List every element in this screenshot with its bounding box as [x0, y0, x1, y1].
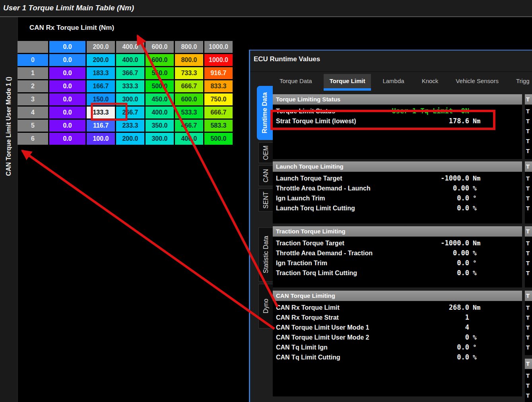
tab-trigg[interactable]: Trigg	[510, 74, 532, 91]
table-cell-r3c3[interactable]: 450.0	[146, 93, 174, 105]
value-label: Launch Torque Target	[276, 173, 342, 183]
clipped-row: T	[525, 332, 532, 342]
table-cell-r1c0[interactable]: 0.0	[49, 67, 85, 79]
y-axis-label: CAN Torque Limit User Mode 1 ()	[5, 77, 12, 176]
clipped-section-body: TTTT	[525, 172, 532, 213]
value-unit: %	[473, 332, 477, 342]
table-cell-r0c3[interactable]: 600.0	[146, 54, 174, 66]
row-header-1[interactable]: 1	[17, 67, 48, 79]
value-number: 0.0	[457, 352, 469, 362]
table-cell-r3c0[interactable]: 0.0	[49, 93, 85, 105]
row-header-5[interactable]: 5	[17, 120, 48, 132]
value-row: Ign Launch Trim0.0°	[273, 193, 522, 203]
clipped-section-header: T	[525, 94, 532, 105]
app-window: User 1 Torque Limit Main Table (Nm) CAN …	[0, 0, 532, 402]
table-cell-r2c5[interactable]: 833.3	[204, 80, 233, 92]
row-header-6[interactable]: 6	[17, 133, 48, 145]
table-cell-r6c1[interactable]: 100.0	[87, 133, 115, 145]
table-cell-r6c4[interactable]: 400.0	[175, 133, 203, 145]
section-traction-torque-limiting: Traction Torque LimitingTraction Torque …	[273, 226, 522, 287]
side-tab-oem[interactable]: OEM	[258, 142, 273, 163]
panel-title: ECU Runtime Values	[254, 55, 320, 63]
table-cell-r4c3[interactable]: 400.0	[146, 107, 174, 118]
row-header-0[interactable]: 0	[17, 54, 48, 66]
table-cell-r6c0[interactable]: 0.0	[49, 133, 85, 145]
table-cell-r3c4[interactable]: 600.0	[175, 93, 203, 105]
value-row: Launch Torq Limit Cutting0.0%	[273, 203, 522, 213]
table-cell-r1c2[interactable]: 366.7	[116, 67, 144, 79]
tab-vehicle-sensors[interactable]: Vehicle Sensors	[450, 74, 505, 91]
table-cell-r0c1[interactable]: 200.0	[87, 54, 115, 66]
table-cell-r2c0[interactable]: 0.0	[49, 80, 85, 92]
value-label: Ign Traction Trim	[276, 258, 327, 268]
table-cell-r4c4[interactable]: 533.3	[175, 107, 203, 118]
table-cell-r4c0[interactable]: 0.0	[49, 107, 85, 118]
table-cell-r1c3[interactable]: 550.0	[146, 67, 174, 79]
table-cell-r0c4[interactable]: 800.0	[175, 54, 203, 66]
clipped-row: T	[525, 303, 532, 313]
table-cell-r6c3[interactable]: 300.0	[146, 133, 174, 145]
table-cell-r5c3[interactable]: 350.0	[146, 120, 174, 132]
table-cell-r6c2[interactable]: 200.0	[116, 133, 144, 145]
col-header-800.0[interactable]: 800.0	[175, 41, 203, 53]
tab-knock[interactable]: Knock	[416, 74, 445, 91]
value-number: 0.0	[457, 342, 469, 352]
col-header-1000.0[interactable]: 1000.0	[204, 41, 233, 53]
side-tab-dyno[interactable]: Dyno	[258, 284, 273, 328]
clipped-section-1: TTTTT	[525, 161, 532, 223]
value-row: Throttle Area Demand - Traction0.00%	[273, 248, 522, 258]
table-cell-r1c4[interactable]: 733.3	[175, 67, 203, 79]
side-tab-can[interactable]: CAN	[258, 165, 273, 186]
tab-torque-limit[interactable]: Torque Limit	[324, 74, 371, 91]
tab-torque-data[interactable]: Torque Data	[274, 74, 318, 91]
col-header-600.0[interactable]: 600.0	[146, 41, 174, 53]
side-tab-sent[interactable]: SENT	[258, 188, 273, 212]
table-cell-r0c2[interactable]: 400.0	[116, 54, 144, 66]
table-cell-r4c2[interactable]: 266.7	[116, 107, 144, 118]
table-cell-r2c3[interactable]: 500.0	[146, 80, 174, 92]
table-cell-r2c2[interactable]: 333.3	[116, 80, 144, 92]
row-header-2[interactable]: 2	[17, 80, 48, 92]
clipped-row: T	[525, 342, 532, 352]
col-header-200.0[interactable]: 200.0	[87, 41, 115, 53]
row-header-4[interactable]: 4	[17, 107, 48, 118]
value-row: Traction Torq Limit Cutting0.0%	[273, 268, 522, 278]
value-row: Strat Torque Limit (lowest)178.6Nm	[273, 116, 522, 126]
value-label: CAN Tq Limit Cutting	[276, 352, 340, 362]
value-unit: Nm	[473, 116, 480, 126]
table-cell-r5c2[interactable]: 233.3	[116, 120, 144, 132]
clipped-section-header: T	[525, 161, 532, 172]
table-cell-r5c4[interactable]: 466.7	[175, 120, 203, 132]
col-header-0.0[interactable]: 0.0	[49, 41, 85, 53]
clipped-section-body: TTT	[525, 369, 532, 400]
table-cell-r4c5[interactable]: 666.7	[204, 107, 233, 118]
table-cell-r3c5[interactable]: 750.0	[204, 93, 233, 105]
table-cell-r2c1[interactable]: 166.7	[87, 80, 115, 92]
value-row: Ign Traction Trim0.0°	[273, 258, 522, 268]
row-header-3[interactable]: 3	[17, 93, 48, 105]
table-cell-r3c1[interactable]: 150.0	[87, 93, 115, 105]
clipped-row: T	[525, 238, 532, 248]
table-cell-r5c0[interactable]: 0.0	[49, 120, 85, 132]
torque-table[interactable]: 0.0200.0400.0600.0800.01000.000.0200.040…	[17, 41, 233, 145]
col-header-400.0[interactable]: 400.0	[116, 41, 144, 53]
table-cell-r0c5[interactable]: 1000.0	[204, 54, 233, 66]
clipped-row: T	[525, 126, 532, 136]
value-number: 0.0	[457, 258, 469, 268]
table-cell-r6c5[interactable]: 500.0	[204, 133, 233, 145]
table-cell-r4c1[interactable]: 133.3	[87, 107, 115, 118]
table-cell-r1c5[interactable]: 916.7	[204, 67, 233, 79]
side-tab-statistic-data[interactable]: Statistic Data	[258, 227, 273, 282]
tab-lambda[interactable]: Lambda	[377, 74, 410, 91]
clipped-row: T	[525, 390, 532, 400]
value-unit: %	[473, 248, 477, 258]
clipped-section-body: TTTTT	[525, 301, 532, 352]
value-number: 178.6	[449, 116, 469, 126]
table-cell-r2c4[interactable]: 666.7	[175, 80, 203, 92]
side-tab-runtime-data[interactable]: Runtime Data	[257, 86, 273, 140]
table-cell-r5c5[interactable]: 583.3	[204, 120, 233, 132]
table-cell-r5c1[interactable]: 116.7	[87, 120, 115, 132]
table-cell-r3c2[interactable]: 300.0	[116, 93, 144, 105]
table-cell-r0c0[interactable]: 0.0	[49, 54, 85, 66]
table-cell-r1c1[interactable]: 183.3	[87, 67, 115, 79]
